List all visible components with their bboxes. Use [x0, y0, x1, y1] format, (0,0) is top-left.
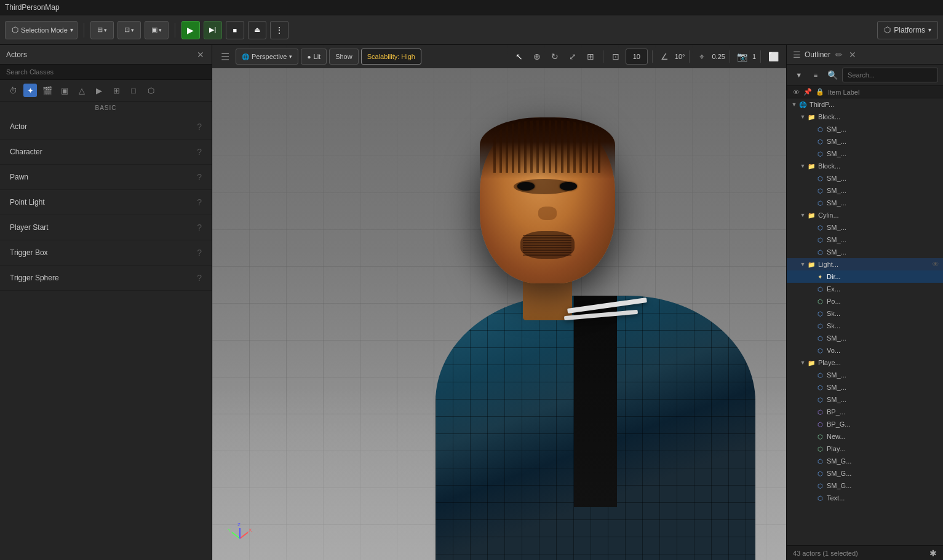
viewport[interactable]: ☰ 🌐 Perspective ▾ ● Lit Show Scalability…: [212, 45, 786, 560]
viewport-maximize-button[interactable]: ⬜: [765, 49, 781, 65]
viewport-select-tool[interactable]: ↖: [511, 49, 527, 65]
tree-arrow-block1[interactable]: ▼: [799, 113, 806, 120]
viewport-perspective-button[interactable]: 🌐 Perspective ▾: [236, 49, 298, 65]
actor-item-player-start[interactable]: Player Start ?: [0, 215, 212, 240]
actor-item-point-light-help-icon[interactable]: ?: [197, 197, 202, 207]
tree-item-sm-light[interactable]: ▶ ⬡ SM_...: [787, 332, 943, 344]
tree-item-sk2[interactable]: ▶ ⬡ Sk...: [787, 320, 943, 332]
viewport-scale-tool[interactable]: ⤢: [565, 49, 581, 65]
viewport-scale-snap-toggle[interactable]: ⌖: [694, 49, 710, 65]
actor-item-trigger-box-help-icon[interactable]: ?: [197, 248, 202, 258]
tree-item-play[interactable]: ▶ ⬡ Play...: [787, 443, 943, 455]
filter-custom-icon[interactable]: □: [127, 84, 140, 97]
tree-item-sm4[interactable]: ▶ ⬡ SM_...: [787, 172, 943, 184]
tree-item-root[interactable]: ▼ 🌐 ThirdP...: [787, 98, 943, 111]
outliner-menu-icon[interactable]: ☰: [793, 50, 801, 60]
viewport-lit-button[interactable]: ● Lit: [301, 49, 327, 65]
actors-panel-close-button[interactable]: ✕: [196, 49, 205, 61]
tree-item-smg5[interactable]: ▶ ⬡ SM_G...: [787, 467, 943, 479]
actor-item-player-start-help-icon[interactable]: ?: [197, 223, 202, 232]
filter-lights-icon[interactable]: 🎬: [41, 84, 54, 97]
viewport-menu-icon[interactable]: ☰: [217, 49, 233, 65]
tree-item-smg4[interactable]: ▶ ⬡ SM_G...: [787, 455, 943, 467]
filter-all-classes-icon[interactable]: ⊞: [109, 84, 123, 97]
selection-mode-button[interactable]: ⬡ Selection Mode ▾: [5, 21, 78, 39]
outliner-search-input[interactable]: [842, 68, 938, 82]
outliner-close-button[interactable]: ✕: [848, 49, 857, 61]
actor-item-actor-help-icon[interactable]: ?: [197, 122, 202, 132]
tree-item-sm1[interactable]: ▶ ⬡ SM_...: [787, 123, 943, 135]
lights-folder-eye-icon[interactable]: 👁: [932, 260, 939, 269]
tree-item-sk1[interactable]: ▶ ⬡ Sk...: [787, 307, 943, 320]
tree-item-bp1[interactable]: ▶ ⬡ BP_...: [787, 406, 943, 418]
filter-geometry-icon[interactable]: △: [75, 84, 89, 97]
play-options-button[interactable]: ⋮: [270, 21, 288, 39]
tree-item-vo[interactable]: ▶ ⬡ Vo...: [787, 344, 943, 357]
actor-item-actor[interactable]: Actor ?: [0, 114, 212, 140]
outliner-search-toggle-icon[interactable]: 🔍: [826, 67, 840, 83]
actor-item-trigger-sphere-help-icon[interactable]: ?: [197, 273, 202, 283]
outliner-filter-options-icon[interactable]: ≡: [808, 67, 822, 83]
snap-settings-button[interactable]: ⊡ ▾: [117, 21, 141, 39]
outliner-filter-icon[interactable]: ▼: [792, 67, 806, 83]
viewport-scalability-button[interactable]: Scalability: High: [361, 49, 421, 65]
tree-item-sm5[interactable]: ▶ ⬡ SM_...: [787, 184, 943, 197]
viewport-translate-tool[interactable]: ⊕: [529, 49, 545, 65]
filter-cinematics-icon[interactable]: ▣: [58, 84, 71, 97]
tree-item-smg3[interactable]: ▶ ⬡ SM_...: [787, 393, 943, 406]
viewport-snap-toggle[interactable]: ⊡: [608, 49, 624, 65]
actors-search-input[interactable]: [0, 65, 212, 80]
tree-arrow-cylinder[interactable]: ▼: [799, 211, 806, 219]
tree-item-sm2[interactable]: ▶ ⬡ SM_...: [787, 135, 943, 148]
build-button[interactable]: ▣ ▾: [145, 21, 169, 39]
stop-button[interactable]: ■: [226, 21, 244, 39]
tree-item-sm7[interactable]: ▶ ⬡ SM_...: [787, 221, 943, 234]
tree-arrow-root[interactable]: ▼: [790, 101, 798, 108]
play-from-here-button[interactable]: ▶|: [204, 21, 222, 39]
viewport-transform-tool[interactable]: ⊞: [583, 49, 599, 65]
actor-placement-button[interactable]: ⊞ ▾: [90, 21, 114, 39]
tree-item-smg2[interactable]: ▶ ⬡ SM_...: [787, 381, 943, 393]
tree-item-text[interactable]: ▶ ⬡ Text...: [787, 492, 943, 504]
actor-item-character[interactable]: Character ?: [0, 140, 212, 165]
tree-item-sm9[interactable]: ▶ ⬡ SM_...: [787, 246, 943, 258]
tree-item-bp2[interactable]: ▶ ⬡ BP_G...: [787, 418, 943, 430]
viewport-rotate-tool[interactable]: ↻: [547, 49, 563, 65]
actor-item-trigger-box[interactable]: Trigger Box ?: [0, 240, 212, 266]
actor-item-pawn[interactable]: Pawn ?: [0, 165, 212, 190]
tree-item-block2[interactable]: ▼ 📁 Block...: [787, 160, 943, 172]
tree-arrow-block2[interactable]: ▼: [799, 162, 806, 170]
tree-arrow-player[interactable]: ▼: [799, 359, 806, 366]
filter-empty-icon[interactable]: ⬡: [144, 84, 157, 97]
eject-button[interactable]: ⏏: [248, 21, 266, 39]
viewport-grid-size-input[interactable]: [626, 49, 648, 65]
play-button[interactable]: ▶: [181, 21, 200, 39]
tree-item-lights-folder[interactable]: ▼ 📁 Light... 👁: [787, 258, 943, 270]
tree-item-ex[interactable]: ▶ ⬡ Ex...: [787, 283, 943, 295]
svg-text:X: X: [249, 527, 252, 533]
filter-volumes-icon[interactable]: ▶: [92, 84, 106, 97]
tree-item-block1[interactable]: ▼ 📁 Block...: [787, 111, 943, 123]
tree-item-player-folder[interactable]: ▼ 📁 Playe...: [787, 357, 943, 369]
filter-basic-icon[interactable]: ✦: [23, 84, 37, 97]
tree-item-sm8[interactable]: ▶ ⬡ SM_...: [787, 234, 943, 246]
actor-item-character-help-icon[interactable]: ?: [197, 147, 202, 157]
actor-item-pawn-help-icon[interactable]: ?: [197, 172, 202, 182]
tree-item-new[interactable]: ▶ ⬡ New...: [787, 430, 943, 443]
viewport-camera-speed-icon[interactable]: 📷: [734, 49, 750, 65]
tree-item-cylinder[interactable]: ▼ 📁 Cylin...: [787, 209, 943, 221]
viewport-angle-snap-toggle[interactable]: ∠: [657, 49, 673, 65]
tree-item-smg6[interactable]: ▶ ⬡ SM_G...: [787, 479, 943, 492]
tree-item-smg1[interactable]: ▶ ⬡ SM_...: [787, 369, 943, 381]
actor-item-trigger-sphere[interactable]: Trigger Sphere ?: [0, 266, 212, 291]
tree-item-po[interactable]: ▶ ⬡ Po...: [787, 295, 943, 307]
viewport-show-button[interactable]: Show: [329, 49, 359, 65]
filter-recent-icon[interactable]: ⏱: [6, 84, 20, 97]
tree-arrow-lights[interactable]: ▼: [799, 261, 806, 268]
platforms-button[interactable]: ⬡ Platforms ▾: [877, 21, 938, 39]
tree-item-sm3[interactable]: ▶ ⬡ SM_...: [787, 148, 943, 160]
outliner-edit-button[interactable]: ✏: [834, 49, 844, 61]
tree-item-dir-light[interactable]: ▶ ✦ Dir...: [787, 270, 943, 283]
actor-item-point-light[interactable]: Point Light ?: [0, 190, 212, 215]
tree-item-sm6[interactable]: ▶ ⬡ SM_...: [787, 197, 943, 209]
